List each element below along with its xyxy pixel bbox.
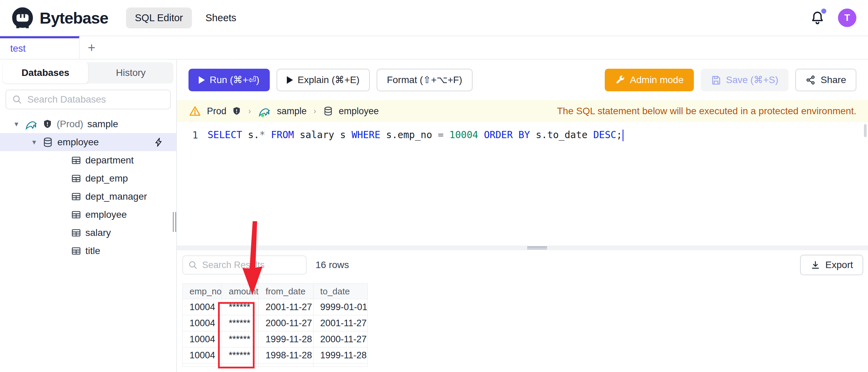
notifications-button[interactable] — [810, 10, 825, 26]
row-count: 16 rows — [316, 260, 349, 270]
play-icon — [199, 76, 205, 84]
share-icon — [806, 75, 816, 85]
cell-emp_no[interactable]: 10004 — [183, 347, 222, 363]
cell-to_date[interactable]: 2000-11-27 — [313, 331, 367, 347]
column-header-emp_no[interactable]: emp_no — [183, 284, 222, 299]
table-name: department — [85, 155, 134, 166]
crumb-environment[interactable]: Prod — [207, 106, 226, 117]
search-databases-input[interactable] — [27, 94, 165, 105]
table-row[interactable]: 10004******2000-11-272001-11-27 — [183, 315, 368, 331]
cell-amount[interactable]: ****** — [222, 347, 258, 363]
tree-table-row[interactable]: salary — [0, 224, 176, 242]
chevron-down-icon: ▾ — [30, 138, 38, 147]
sql-statement: SELECT s.* FROM salary s WHERE s.emp_no … — [208, 129, 624, 141]
column-header-from_date[interactable]: from_date — [258, 284, 313, 299]
top-nav: SQL Editor Sheets — [126, 8, 245, 28]
database-icon — [42, 137, 53, 148]
crumb-table[interactable]: employee — [339, 106, 379, 117]
main-panel: Run (⌘+⏎) Explain (⌘+E) Format (⇧+⌥+F) — [177, 59, 868, 372]
save-button[interactable]: Save (⌘+S) — [701, 69, 788, 91]
table-icon — [71, 228, 81, 238]
table-row[interactable]: 10004******1999-11-282000-11-27 — [183, 331, 368, 347]
table-name: title — [85, 245, 100, 256]
cell-amount[interactable]: ****** — [222, 331, 258, 347]
table-name: salary — [85, 227, 111, 238]
cell-amount[interactable]: ****** — [222, 299, 258, 315]
sql-editor[interactable]: 1 SELECT s.* FROM salary s WHERE s.emp_n… — [177, 122, 868, 245]
tree-table-row[interactable]: dept_emp — [0, 169, 176, 187]
add-tab-button[interactable]: + — [80, 36, 103, 59]
database-tree: ▾ (Prod) sample — [0, 115, 176, 260]
text-caret — [622, 130, 624, 141]
sidebar-resize-handle[interactable] — [172, 212, 177, 232]
editor-scrollbar-thumb[interactable] — [864, 124, 867, 137]
search-icon — [188, 260, 198, 270]
sidebar: Databases History ▾ — [0, 59, 177, 372]
search-results-input[interactable] — [202, 260, 301, 270]
code-line: 1 SELECT s.* FROM salary s WHERE s.emp_n… — [177, 128, 868, 142]
environment-label: (Prod) — [57, 119, 83, 130]
cell-to_date[interactable]: 2001-11-27 — [313, 315, 367, 331]
tab-history[interactable]: History — [88, 62, 173, 83]
bytebase-logo[interactable]: Bytebase — [12, 7, 108, 29]
app-header: Bytebase SQL Editor Sheets T — [0, 0, 868, 36]
download-icon — [810, 260, 821, 270]
cell-from_date[interactable]: 2001-11-27 — [258, 299, 313, 315]
tab-databases[interactable]: Databases — [3, 62, 88, 83]
share-button[interactable]: Share — [795, 69, 856, 91]
sheet-tabbar: test + — [0, 36, 868, 59]
cell-from_date[interactable]: 1998-11-28 — [258, 347, 313, 363]
column-header-to_date[interactable]: to_date — [313, 284, 367, 299]
mysql-icon — [25, 118, 38, 130]
nav-sql-editor[interactable]: SQL Editor — [126, 8, 192, 28]
format-button[interactable]: Format (⇧+⌥+F) — [377, 69, 473, 91]
tree-table-row[interactable]: employee — [0, 205, 176, 224]
user-avatar[interactable]: T — [838, 9, 856, 27]
run-button[interactable]: Run (⌘+⏎) — [188, 69, 270, 91]
play-icon — [287, 76, 293, 84]
editor-toolbar: Run (⌘+⏎) Explain (⌘+E) Format (⇧+⌥+F) — [177, 59, 868, 100]
tree-table-row[interactable]: dept_manager — [0, 187, 176, 205]
results-table[interactable]: emp_noamountfrom_dateto_date10004******2… — [182, 283, 368, 367]
tree-tables: department dept_emp dept_manager employe… — [0, 151, 176, 260]
column-header-amount[interactable]: amount — [222, 284, 258, 299]
cell-emp_no[interactable]: 10004 — [183, 331, 222, 347]
crumb-database[interactable]: sample — [277, 106, 307, 117]
bytebase-mascot-icon — [12, 7, 33, 29]
tree-instance-row[interactable]: ▾ (Prod) sample — [0, 115, 176, 133]
table-name: dept_manager — [85, 191, 147, 202]
shield-icon — [232, 106, 241, 116]
shield-icon — [42, 119, 53, 129]
bytebase-window: Bytebase SQL Editor Sheets T test + — [0, 0, 868, 372]
table-name: employee — [85, 209, 127, 220]
chevron-right-icon: › — [312, 106, 318, 116]
instance-name: sample — [87, 119, 118, 130]
protected-environment-notice: The SQL statement below will be executed… — [557, 106, 856, 117]
sheet-tab-test[interactable]: test — [0, 36, 80, 59]
cell-from_date[interactable]: 1999-11-28 — [258, 331, 313, 347]
nav-sheets[interactable]: Sheets — [197, 8, 245, 28]
mysql-icon — [258, 105, 271, 117]
cell-to_date[interactable]: 1999-11-28 — [313, 347, 367, 363]
chevron-right-icon: › — [247, 106, 252, 116]
results-toolbar: 16 rows Export — [182, 255, 863, 275]
tree-table-row[interactable]: department — [0, 151, 176, 169]
tree-table-row[interactable]: title — [0, 242, 176, 260]
table-icon — [71, 173, 81, 184]
lightning-icon[interactable] — [154, 137, 164, 147]
panel-resize-handle[interactable] — [177, 245, 868, 250]
export-button[interactable]: Export — [800, 255, 863, 275]
admin-mode-button[interactable]: Admin mode — [605, 69, 694, 91]
explain-button[interactable]: Explain (⌘+E) — [277, 69, 370, 91]
sidebar-tabs: Databases History — [3, 62, 173, 83]
table-row[interactable]: 10004******1998-11-281999-11-28 — [183, 347, 368, 363]
cell-amount[interactable]: ****** — [222, 315, 258, 331]
cell-emp_no[interactable]: 10004 — [183, 315, 222, 331]
wrench-icon — [615, 75, 625, 85]
table-icon — [71, 155, 81, 165]
cell-from_date[interactable]: 2000-11-27 — [258, 315, 313, 331]
cell-emp_no[interactable]: 10004 — [183, 299, 222, 315]
cell-to_date[interactable]: 9999-01-01 — [313, 299, 367, 315]
table-row[interactable]: 10004******2001-11-279999-01-01 — [183, 299, 368, 315]
tree-database-row[interactable]: ▾ employee — [0, 133, 176, 151]
